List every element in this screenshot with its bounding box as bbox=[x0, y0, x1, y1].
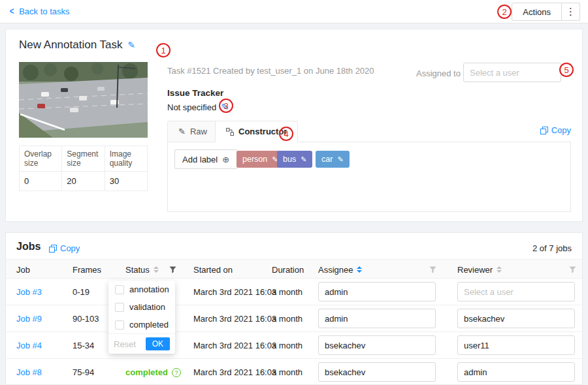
back-chevron-icon: < bbox=[10, 6, 14, 16]
copy-icon bbox=[49, 245, 57, 253]
params-header-row: Overlap size Segment size Image quality bbox=[20, 146, 148, 172]
edit-title-icon[interactable]: ✎ bbox=[127, 40, 135, 50]
annotation-marker-5: 5 bbox=[559, 63, 574, 77]
frames-cell: 15-34 bbox=[73, 332, 94, 359]
table-row: Job #9 90-103 March 3rd 2021 16:03 a mon… bbox=[6, 305, 583, 332]
column-header-started: Started on bbox=[193, 260, 233, 279]
jobs-title: Jobs bbox=[16, 241, 41, 253]
plus-circle-icon: ⊕ bbox=[222, 155, 229, 164]
filter-option-validation[interactable]: validation bbox=[108, 298, 175, 316]
task-preview-image bbox=[19, 62, 148, 138]
started-cell: March 3rd 2021 16:03 bbox=[193, 279, 276, 305]
checkbox-icon[interactable] bbox=[115, 303, 124, 312]
filter-footer: Reset OK bbox=[108, 333, 175, 354]
duration-cell: a month bbox=[272, 305, 302, 332]
checkbox-icon[interactable] bbox=[115, 285, 124, 294]
job-link[interactable]: Job #9 bbox=[16, 314, 42, 324]
reviewer-filter-button[interactable] bbox=[569, 260, 576, 279]
started-cell: March 3rd 2021 16:03 bbox=[193, 359, 276, 385]
edit-label-bus-icon[interactable]: ✎ bbox=[301, 155, 306, 164]
started-cell: March 3rd 2021 16:03 bbox=[193, 332, 276, 359]
status-cell: completed ? bbox=[125, 359, 181, 385]
param-header-overlap: Overlap size bbox=[20, 146, 62, 172]
issue-tracker-label: Issue Tracker bbox=[167, 88, 223, 98]
job-link[interactable]: Job #8 bbox=[16, 367, 42, 377]
annotation-marker-2: 2 bbox=[497, 5, 512, 19]
filter-option-completed-label: completed bbox=[129, 320, 169, 330]
filter-funnel-icon bbox=[569, 266, 576, 273]
label-chip-person-name: person bbox=[242, 155, 267, 164]
status-filter-dropdown: annotation validation completed Reset OK bbox=[108, 281, 175, 354]
tab-raw[interactable]: ✎ Raw bbox=[167, 121, 218, 142]
vertical-dots-icon: ⋮ bbox=[566, 6, 576, 18]
param-value-quality: 30 bbox=[105, 172, 147, 191]
task-parameters-table: Overlap size Segment size Image quality … bbox=[19, 146, 148, 191]
actions-button[interactable]: Actions bbox=[512, 3, 562, 21]
param-value-overlap: 0 bbox=[20, 172, 62, 191]
filter-option-validation-label: validation bbox=[129, 302, 165, 312]
column-frames-label: Frames bbox=[73, 265, 101, 275]
jobs-count: 2 of 7 jobs bbox=[532, 243, 572, 253]
copy-labels-link[interactable]: Copy bbox=[540, 125, 571, 135]
label-chip-bus-name: bus bbox=[283, 155, 296, 164]
reviewer-input[interactable] bbox=[457, 309, 575, 328]
edit-label-car-icon[interactable]: ✎ bbox=[337, 155, 343, 164]
column-header-reviewer[interactable]: Reviewer bbox=[457, 260, 502, 279]
table-row: Job #4 15-34 March 3rd 2021 16:03 a mont… bbox=[6, 332, 583, 359]
filter-funnel-icon bbox=[429, 266, 436, 273]
label-chip-car[interactable]: car ✎ bbox=[316, 151, 350, 168]
question-circle-icon[interactable]: ? bbox=[172, 368, 181, 377]
job-link[interactable]: Job #4 bbox=[16, 341, 42, 350]
frames-cell: 90-103 bbox=[73, 305, 99, 332]
assignee-filter-button[interactable] bbox=[429, 260, 436, 279]
task-assignee-input[interactable] bbox=[463, 63, 561, 82]
filter-reset-button[interactable]: Reset bbox=[114, 339, 136, 349]
column-job-label: Job bbox=[16, 265, 30, 275]
duration-cell: a month bbox=[272, 332, 302, 359]
sort-carets-status[interactable] bbox=[154, 266, 159, 273]
sort-carets-reviewer[interactable] bbox=[497, 266, 502, 273]
status-completed-label: completed bbox=[125, 367, 168, 377]
constructor-icon bbox=[226, 128, 234, 136]
column-header-assignee[interactable]: Assignee bbox=[318, 260, 362, 279]
add-label-button[interactable]: Add label ⊕ bbox=[174, 149, 237, 169]
pencil-icon: ✎ bbox=[178, 127, 186, 136]
jobs-panel: Jobs Copy 2 of 7 jobs Job Frames Status … bbox=[5, 232, 583, 385]
label-chip-bus[interactable]: bus ✎ bbox=[277, 151, 312, 168]
reviewer-input[interactable] bbox=[457, 282, 575, 301]
column-status-label: Status bbox=[125, 265, 150, 275]
assignee-input[interactable] bbox=[318, 362, 436, 382]
sort-carets-assignee[interactable] bbox=[357, 266, 362, 273]
assigned-to-label: Assigned to bbox=[416, 69, 461, 78]
filter-option-completed[interactable]: completed bbox=[108, 316, 175, 333]
table-row: Job #3 0-19 March 3rd 2021 16:03 a month bbox=[6, 279, 583, 305]
labels-tabs-area: ✎ Raw Constructor Copy Ad bbox=[167, 121, 571, 212]
reviewer-input[interactable] bbox=[457, 335, 575, 355]
filter-ok-button[interactable]: OK bbox=[146, 337, 170, 350]
column-assignee-label: Assignee bbox=[318, 265, 353, 275]
status-filter-button[interactable] bbox=[169, 260, 176, 279]
duration-cell: a month bbox=[272, 279, 302, 305]
column-header-status[interactable]: Status bbox=[125, 260, 159, 279]
tab-bar: ✎ Raw Constructor Copy bbox=[167, 121, 571, 142]
copy-jobs-link[interactable]: Copy bbox=[49, 243, 80, 253]
column-duration-label: Duration bbox=[272, 265, 304, 275]
back-to-tasks-link[interactable]: < Back to tasks bbox=[9, 6, 70, 16]
add-label-text: Add label bbox=[182, 155, 218, 164]
assignee-input[interactable] bbox=[318, 282, 436, 301]
reviewer-input[interactable] bbox=[457, 362, 575, 382]
started-cell: March 3rd 2021 16:03 bbox=[193, 305, 276, 332]
actions-button-group: Actions ⋮ bbox=[512, 3, 580, 21]
param-header-segment: Segment size bbox=[62, 146, 105, 172]
jobs-table-header: Job Frames Status Started on Duration As… bbox=[6, 259, 583, 279]
checkbox-icon[interactable] bbox=[115, 320, 124, 330]
copy-icon bbox=[540, 127, 548, 134]
issue-tracker-value: Not specified bbox=[167, 102, 216, 112]
annotation-marker-4: 4 bbox=[279, 127, 293, 141]
filter-option-annotation[interactable]: annotation bbox=[108, 281, 175, 298]
tab-raw-label: Raw bbox=[190, 127, 207, 136]
assignee-input[interactable] bbox=[318, 309, 436, 328]
assignee-input[interactable] bbox=[318, 335, 436, 355]
more-menu-button[interactable]: ⋮ bbox=[562, 3, 580, 21]
job-link[interactable]: Job #3 bbox=[16, 287, 42, 297]
